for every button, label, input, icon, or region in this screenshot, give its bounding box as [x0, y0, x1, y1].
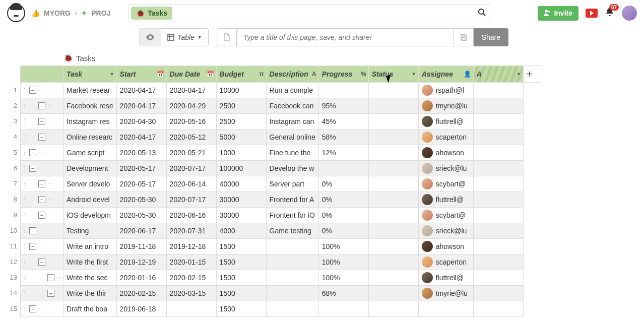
progress-cell[interactable]: 0%: [318, 223, 368, 239]
row-menu-icon[interactable]: ⋯: [38, 150, 44, 156]
extra-cell[interactable]: [473, 161, 523, 176]
row-menu-icon[interactable]: ⋯: [47, 197, 53, 203]
status-cell[interactable]: [368, 161, 418, 176]
extra-cell[interactable]: [473, 98, 523, 114]
due-cell[interactable]: 2020-07-17: [166, 161, 216, 176]
task-cell[interactable]: Instagram res: [63, 114, 117, 130]
row-menu-icon[interactable]: ⋯: [56, 275, 62, 281]
table-row[interactable]: ⋮−⋯Game script2020-05-132020-05-211000Fi…: [21, 145, 541, 161]
column-header-due-date[interactable]: Due Date📅: [166, 66, 216, 83]
budget-cell[interactable]: 1500: [216, 301, 266, 317]
budget-cell[interactable]: 1000: [216, 145, 266, 161]
search-icon[interactable]: [478, 8, 486, 18]
row-menu-icon[interactable]: ⋯: [47, 134, 53, 141]
extra-cell[interactable]: [473, 270, 523, 286]
extra-cell[interactable]: [473, 192, 523, 208]
task-cell[interactable]: Write the thir: [63, 286, 117, 301]
status-cell[interactable]: [368, 270, 418, 286]
start-cell[interactable]: 2020-04-17: [116, 83, 166, 98]
tree-cell[interactable]: ⋮−⋯: [21, 239, 63, 254]
due-cell[interactable]: 2020-05-16: [166, 114, 216, 130]
tree-cell[interactable]: ⋮−⋯: [21, 145, 63, 161]
progress-cell[interactable]: 45%: [318, 114, 368, 130]
start-cell[interactable]: 2020-05-13: [116, 145, 166, 161]
notifications-button[interactable]: 67: [605, 7, 615, 20]
start-cell[interactable]: 2020-01-16: [116, 270, 166, 286]
due-cell[interactable]: 2020-06-16: [166, 208, 216, 223]
progress-cell[interactable]: 68%: [318, 286, 368, 301]
progress-cell[interactable]: 95%: [318, 98, 368, 114]
collapse-toggle[interactable]: −: [38, 212, 45, 219]
task-cell[interactable]: Market resear: [63, 83, 117, 98]
start-cell[interactable]: 2020-04-30: [116, 114, 166, 130]
progress-cell[interactable]: 0%: [318, 176, 368, 192]
budget-cell[interactable]: 100000: [216, 161, 266, 176]
drag-handle-icon[interactable]: ⋮: [22, 150, 27, 156]
start-cell[interactable]: 2020-02-15: [116, 286, 166, 301]
task-cell[interactable]: Development: [63, 161, 117, 176]
start-cell[interactable]: 2020-05-17: [116, 176, 166, 192]
drag-handle-icon[interactable]: ⋮: [22, 290, 27, 297]
description-cell[interactable]: [266, 254, 318, 270]
drag-handle-icon[interactable]: ⋮: [22, 165, 27, 172]
tree-cell[interactable]: ⋮−⋯: [21, 208, 63, 223]
description-cell[interactable]: [266, 301, 318, 317]
due-cell[interactable]: 2020-07-17: [166, 192, 216, 208]
budget-cell[interactable]: 1500: [216, 270, 266, 286]
description-cell[interactable]: Fine tune the: [266, 145, 318, 161]
tree-cell[interactable]: ⋮−⋯: [21, 270, 63, 286]
drag-handle-icon[interactable]: ⋮: [22, 197, 27, 203]
assignee-cell[interactable]: scybart@: [418, 208, 473, 223]
tree-cell[interactable]: ⋮−⋯: [21, 98, 63, 114]
progress-cell[interactable]: [318, 301, 368, 317]
extra-cell[interactable]: [473, 223, 523, 239]
status-cell[interactable]: [368, 223, 418, 239]
table-row[interactable]: ⋮−⋯Write an intro2019-11-182019-12-18150…: [21, 239, 541, 254]
status-cell[interactable]: [368, 98, 418, 114]
page-title-input[interactable]: [237, 28, 454, 46]
table-row[interactable]: ⋮−⋯iOS developm2020-05-302020-06-1630000…: [21, 208, 541, 223]
table-row[interactable]: ⋮−⋯Write the sec2020-01-162020-02-151500…: [21, 270, 541, 286]
drag-handle-icon[interactable]: ⋮: [22, 181, 27, 187]
table-row[interactable]: ⋮−⋯Market resear2020-04-172020-04-171000…: [21, 83, 541, 98]
start-cell[interactable]: 2020-05-30: [116, 192, 166, 208]
description-cell[interactable]: Frontend for A: [266, 192, 318, 208]
youtube-icon[interactable]: [586, 9, 598, 18]
task-cell[interactable]: Write the sec: [63, 270, 117, 286]
table-row[interactable]: ⋮−⋯Draft the boa2019-06-181500: [21, 301, 541, 317]
description-cell[interactable]: Game testing: [266, 223, 318, 239]
budget-cell[interactable]: 1500: [216, 254, 266, 270]
progress-cell[interactable]: [318, 161, 368, 176]
status-cell[interactable]: [368, 301, 418, 317]
table-row[interactable]: ⋮−⋯Facebook rese2020-04-172020-04-292500…: [21, 98, 541, 114]
collapse-toggle[interactable]: −: [29, 165, 36, 172]
due-cell[interactable]: 2020-07-31: [166, 223, 216, 239]
tree-cell[interactable]: ⋮−⋯: [21, 286, 63, 301]
app-logo[interactable]: [7, 4, 25, 22]
description-cell[interactable]: Facebook can: [266, 98, 318, 114]
table-row[interactable]: ⋮−⋯Server develo2020-05-172020-06-144000…: [21, 176, 541, 192]
assignee-cell[interactable]: ahowson: [418, 239, 473, 254]
tree-cell[interactable]: ⋮−⋯: [21, 223, 63, 239]
row-menu-icon[interactable]: ⋯: [38, 228, 44, 234]
assignee-cell[interactable]: srieck@lu: [418, 223, 473, 239]
extra-cell[interactable]: [473, 83, 523, 98]
visibility-toggle[interactable]: [139, 28, 161, 46]
collapse-toggle[interactable]: −: [47, 274, 54, 281]
collapse-toggle[interactable]: −: [29, 243, 36, 250]
start-cell[interactable]: 2020-04-17: [116, 130, 166, 145]
progress-cell[interactable]: 100%: [318, 270, 368, 286]
due-cell[interactable]: 2020-04-17: [166, 83, 216, 98]
collapse-toggle[interactable]: −: [38, 196, 45, 203]
task-cell[interactable]: Server develo: [63, 176, 117, 192]
tree-cell[interactable]: ⋮−⋯: [21, 83, 63, 98]
task-cell[interactable]: Write an intro: [63, 239, 117, 254]
table-row[interactable]: ⋮−⋯Instagram res2020-04-302020-05-162500…: [21, 114, 541, 130]
row-menu-icon[interactable]: ⋯: [38, 87, 44, 94]
budget-cell[interactable]: 4000: [216, 223, 266, 239]
task-cell[interactable]: Game script: [63, 145, 117, 161]
budget-cell[interactable]: 40000: [216, 176, 266, 192]
due-cell[interactable]: 2019-12-18: [166, 239, 216, 254]
column-header-start[interactable]: Start📅: [116, 66, 166, 83]
status-cell[interactable]: [368, 239, 418, 254]
